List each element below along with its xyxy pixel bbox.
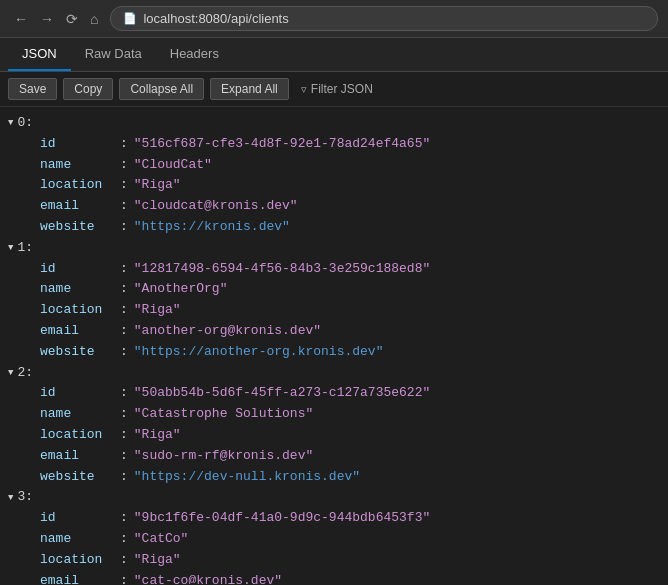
field-email-0: email:"cloudcat@kronis.dev" [32,196,668,217]
value-name-1: "AnotherOrg" [134,279,228,300]
field-id-1: id:"12817498-6594-4f56-84b3-3e259c188ed8… [32,259,668,280]
colon-email-3: : [120,571,128,584]
colon-location-2: : [120,425,128,446]
key-email-2: email [40,446,120,467]
key-location-0: location [40,175,120,196]
tab-bar: JSON Raw Data Headers [0,38,668,72]
tab-headers[interactable]: Headers [156,38,233,71]
item-header-0[interactable]: ▼0: [0,113,668,134]
key-id-1: id [40,259,120,280]
colon-location-3: : [120,550,128,571]
colon-id-3: : [120,508,128,529]
colon-location-0: : [120,175,128,196]
key-website-0: website [40,217,120,238]
key-email-1: email [40,321,120,342]
colon-location-1: : [120,300,128,321]
collapse-all-button[interactable]: Collapse All [119,78,204,100]
colon-name-0: : [120,155,128,176]
key-location-1: location [40,300,120,321]
field-name-0: name:"CloudCat" [32,155,668,176]
field-location-0: location:"Riga" [32,175,668,196]
item-body-2: id:"50abb54b-5d6f-45ff-a273-c127a735e622… [0,383,668,487]
index-label-3: 3: [17,487,33,508]
value-id-2: "50abb54b-5d6f-45ff-a273-c127a735e622" [134,383,430,404]
item-header-1[interactable]: ▼1: [0,238,668,259]
field-website-1: website:"https://another-org.kronis.dev" [32,342,668,363]
tab-json[interactable]: JSON [8,38,71,71]
browser-chrome: ← → ⟳ ⌂ 📄 localhost:8080/api/clients [0,0,668,38]
field-id-2: id:"50abb54b-5d6f-45ff-a273-c127a735e622… [32,383,668,404]
json-array-item-3: ▼3:id:"9bc1f6fe-04df-41a0-9d9c-944bdb645… [0,487,668,584]
value-email-0: "cloudcat@kronis.dev" [134,196,298,217]
save-button[interactable]: Save [8,78,57,100]
colon-email-2: : [120,446,128,467]
triangle-icon-3: ▼ [8,491,13,505]
json-content[interactable]: ▼0:id:"516cf687-cfe3-4d8f-92e1-78ad24ef4… [0,107,668,584]
index-label-0: 0: [17,113,33,134]
home-button[interactable]: ⌂ [86,10,102,28]
value-id-0: "516cf687-cfe3-4d8f-92e1-78ad24ef4a65" [134,134,430,155]
back-button[interactable]: ← [10,10,32,28]
key-name-1: name [40,279,120,300]
field-email-2: email:"sudo-rm-rf@kronis.dev" [32,446,668,467]
key-id-0: id [40,134,120,155]
key-id-2: id [40,383,120,404]
value-location-0: "Riga" [134,175,181,196]
value-website-1: "https://another-org.kronis.dev" [134,342,384,363]
field-website-2: website:"https://dev-null.kronis.dev" [32,467,668,488]
field-location-2: location:"Riga" [32,425,668,446]
field-location-1: location:"Riga" [32,300,668,321]
field-email-3: email:"cat-co@kronis.dev" [32,571,668,584]
colon-email-1: : [120,321,128,342]
colon-website-2: : [120,467,128,488]
value-location-2: "Riga" [134,425,181,446]
nav-buttons: ← → ⟳ ⌂ [10,10,102,28]
value-name-0: "CloudCat" [134,155,212,176]
colon-id-1: : [120,259,128,280]
expand-all-button[interactable]: Expand All [210,78,289,100]
field-id-0: id:"516cf687-cfe3-4d8f-92e1-78ad24ef4a65… [32,134,668,155]
address-bar[interactable]: 📄 localhost:8080/api/clients [110,6,658,31]
page-icon: 📄 [123,12,137,25]
field-id-3: id:"9bc1f6fe-04df-41a0-9d9c-944bdb6453f3… [32,508,668,529]
colon-website-0: : [120,217,128,238]
item-header-2[interactable]: ▼2: [0,363,668,384]
value-website-0: "https://kronis.dev" [134,217,290,238]
value-email-1: "another-org@kronis.dev" [134,321,321,342]
value-id-3: "9bc1f6fe-04df-41a0-9d9c-944bdb6453f3" [134,508,430,529]
copy-button[interactable]: Copy [63,78,113,100]
value-id-1: "12817498-6594-4f56-84b3-3e259c188ed8" [134,259,430,280]
triangle-icon-1: ▼ [8,241,13,255]
key-name-0: name [40,155,120,176]
field-website-0: website:"https://kronis.dev" [32,217,668,238]
value-website-2: "https://dev-null.kronis.dev" [134,467,360,488]
value-location-1: "Riga" [134,300,181,321]
forward-button[interactable]: → [36,10,58,28]
field-name-1: name:"AnotherOrg" [32,279,668,300]
json-array-item-0: ▼0:id:"516cf687-cfe3-4d8f-92e1-78ad24ef4… [0,113,668,238]
json-array-item-1: ▼1:id:"12817498-6594-4f56-84b3-3e259c188… [0,238,668,363]
item-body-1: id:"12817498-6594-4f56-84b3-3e259c188ed8… [0,259,668,363]
index-label-1: 1: [17,238,33,259]
colon-name-3: : [120,529,128,550]
triangle-icon-2: ▼ [8,366,13,380]
field-name-2: name:"Catastrophe Solutions" [32,404,668,425]
item-body-0: id:"516cf687-cfe3-4d8f-92e1-78ad24ef4a65… [0,134,668,238]
toolbar: Save Copy Collapse All Expand All ▿ Filt… [0,72,668,107]
colon-name-1: : [120,279,128,300]
value-location-3: "Riga" [134,550,181,571]
filter-label: Filter JSON [311,82,373,96]
tab-raw-data[interactable]: Raw Data [71,38,156,71]
field-email-1: email:"another-org@kronis.dev" [32,321,668,342]
key-website-2: website [40,467,120,488]
key-website-1: website [40,342,120,363]
filter-json-button[interactable]: ▿ Filter JSON [295,79,379,99]
reload-button[interactable]: ⟳ [62,10,82,28]
key-email-0: email [40,196,120,217]
key-location-3: location [40,550,120,571]
value-name-2: "Catastrophe Solutions" [134,404,313,425]
item-header-3[interactable]: ▼3: [0,487,668,508]
value-email-3: "cat-co@kronis.dev" [134,571,282,584]
filter-icon: ▿ [301,83,307,96]
key-name-3: name [40,529,120,550]
